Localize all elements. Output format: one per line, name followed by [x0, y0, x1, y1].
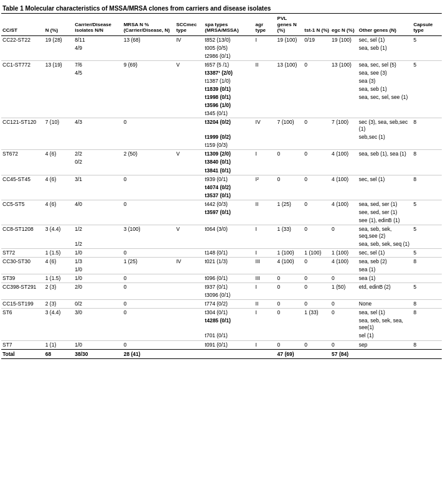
- table-sub-cell: [412, 317, 442, 332]
- table-sub-cell: [73, 93, 122, 101]
- table-sub-cell: [276, 332, 304, 340]
- table-sub-cell: [412, 332, 442, 340]
- table-cell: I: [254, 225, 276, 240]
- footer-cc-st: Total: [1, 349, 44, 358]
- table-sub-cell: [412, 101, 442, 110]
- table-sub-cell: [123, 93, 175, 101]
- table-cell: 7 (10): [44, 118, 74, 134]
- table-sub-cell: [303, 192, 330, 200]
- table-cell: t442 (0/3): [203, 200, 254, 208]
- table-row: CC5-ST54 (6)4/00t442 (0/3)II1 (25)04 (10…: [1, 200, 442, 208]
- table-sub-cell: t3841 (0/1): [203, 167, 254, 175]
- table-row: ST721 (1.5)1/00t148 (0/1)I1 (100)1 (100)…: [1, 249, 442, 258]
- table-cell: sea, seb, sek, seq,see (2): [358, 225, 413, 240]
- table-sub-cell: sea, seb (1): [358, 44, 413, 52]
- table-cell: 0: [303, 200, 330, 208]
- table-sub-cell: [330, 266, 358, 274]
- table-sub-cell: [358, 291, 413, 300]
- table-cell: sea, sel (1): [358, 309, 413, 317]
- table-cell: 0: [303, 283, 330, 292]
- table-sub-cell: [123, 184, 175, 192]
- table-sub-cell: [330, 52, 358, 61]
- table-cell: t657 (5 /1): [203, 60, 254, 69]
- table-sub-cell: [412, 133, 442, 141]
- table-cell: 5: [412, 225, 442, 240]
- table-cell: 2 (3): [44, 300, 74, 309]
- table-cell: 4 (100): [276, 258, 304, 266]
- table-cell: 7 (100): [330, 118, 358, 134]
- table-sub-cell: 4/9: [73, 44, 122, 52]
- table-cell: 0: [123, 200, 175, 208]
- table-sub-cell: [330, 44, 358, 52]
- table-sub-cell: [44, 85, 74, 93]
- table-cell: 4 (6): [44, 258, 74, 266]
- table-sub-cell: [254, 291, 276, 300]
- table-sub-cell: [1, 192, 44, 200]
- table-cell: V: [175, 60, 203, 69]
- table-sub-row: 1/0sea (1): [1, 266, 442, 274]
- table-sub-cell: [254, 167, 276, 175]
- table-sub-cell: [358, 101, 413, 110]
- table-sub-cell: [44, 93, 74, 101]
- table-sub-cell: [175, 317, 203, 332]
- footer-tst1: [303, 349, 330, 358]
- table-sub-cell: [276, 44, 304, 52]
- table-sub-cell: [175, 133, 203, 141]
- table-sub-cell: [1, 77, 44, 85]
- table-sub-cell: [123, 217, 175, 225]
- table-sub-cell: [73, 167, 122, 175]
- table-cell: CC5-ST5: [1, 200, 44, 208]
- table-sub-cell: [254, 317, 276, 332]
- data-table: CC/ST N (%) Carrier/Disease isolates N/N…: [1, 13, 442, 359]
- table-cell: II: [254, 200, 276, 208]
- table-cell: 0: [330, 274, 358, 283]
- footer-sccmec: [175, 349, 203, 358]
- table-cell: 0: [123, 340, 175, 349]
- table-sub-cell: [175, 52, 203, 61]
- table-sub-cell: [1, 266, 44, 274]
- table-row: ST6724 (6)2/22 (50)Vt1309 (2/0)I004 (100…: [1, 150, 442, 159]
- table-sub-cell: [276, 69, 304, 77]
- table-cell: 0: [303, 175, 330, 184]
- table-sub-cell: [254, 192, 276, 200]
- table-sub-cell: [254, 266, 276, 274]
- table-cell: 7 (100): [276, 118, 304, 134]
- table-cell: 2 (50): [123, 150, 175, 159]
- table-cell: 3 (4.4): [44, 309, 74, 317]
- table-cell: V: [175, 225, 203, 240]
- footer-egc: 57 (84): [330, 349, 358, 358]
- table-cell: CC8-ST1208: [1, 225, 44, 240]
- table-cell: 8: [412, 175, 442, 184]
- table-sub-cell: [73, 101, 122, 110]
- table-sub-cell: [276, 291, 304, 300]
- table-cell: 4 (6): [44, 200, 74, 208]
- table-cell: [175, 340, 203, 349]
- table-sub-cell: [1, 93, 44, 101]
- table-body: CC22-ST2219 (28)8/1113 (68)IVt852 (13/0)…: [1, 35, 442, 349]
- table-sub-cell: [303, 240, 330, 249]
- table-sub-cell: [123, 158, 175, 166]
- table-sub-cell: [358, 192, 413, 200]
- table-sub-cell: [254, 44, 276, 52]
- table-cell: sec, sel (1): [358, 175, 413, 184]
- table-sub-cell: [276, 208, 304, 217]
- table-cell: 9 (69): [123, 60, 175, 69]
- table-sub-cell: [276, 77, 304, 85]
- table-cell: 0: [123, 118, 175, 134]
- header-tst1: tst-1 N (%): [303, 14, 330, 36]
- table-cell: [175, 200, 203, 208]
- table-cell: I²: [254, 175, 276, 184]
- table-sub-cell: [330, 291, 358, 300]
- table-sub-cell: [73, 77, 122, 85]
- table-cell: [175, 283, 203, 292]
- table-cell: etd, edinB (2): [358, 283, 413, 292]
- table-cell: 1 (25): [276, 200, 304, 208]
- table-row: ST391 (1.5)1/00t096 (0/1)III000sea (1): [1, 274, 442, 283]
- table-sub-cell: [303, 208, 330, 217]
- table-cell: 0: [303, 300, 330, 309]
- table-cell: III: [254, 258, 276, 266]
- table-cell: [175, 309, 203, 317]
- table-cell: 0: [123, 249, 175, 258]
- table-cell: I: [254, 283, 276, 292]
- table-cell: sep: [358, 340, 413, 349]
